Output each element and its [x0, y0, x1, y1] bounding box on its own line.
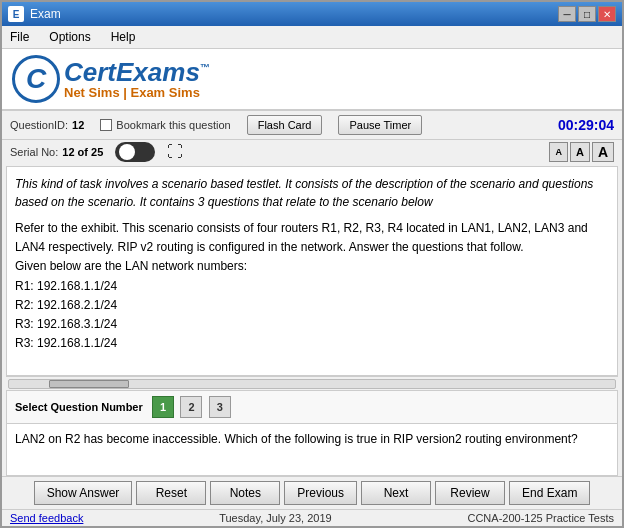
status-bar: Send feedback Tuesday, July 23, 2019 CCN…	[2, 509, 622, 526]
menu-bar: File Options Help	[2, 26, 622, 49]
logo-tagline: Net Sims | Exam Sims	[64, 85, 210, 100]
menu-options[interactable]: Options	[45, 28, 94, 46]
bookmark-label: Bookmark this question	[116, 119, 230, 131]
show-answer-button[interactable]: Show Answer	[34, 481, 133, 505]
question-text-area: LAN2 on R2 has become inaccessible. Whic…	[6, 424, 618, 476]
review-button[interactable]: Review	[435, 481, 505, 505]
logo-area: C CertExams™ Net Sims | Exam Sims	[2, 49, 622, 111]
bookmark-checkbox[interactable]	[100, 119, 112, 131]
logo-letter: C	[26, 63, 46, 95]
close-button[interactable]: ✕	[598, 6, 616, 22]
font-large-button[interactable]: A	[592, 142, 614, 162]
question-id-group: QuestionID: 12	[10, 119, 84, 131]
serial-label: Serial No:	[10, 146, 58, 158]
content-area[interactable]: This kind of task involves a scenario ba…	[6, 166, 618, 376]
scenario-text: This kind of task involves a scenario ba…	[15, 175, 609, 211]
previous-button[interactable]: Previous	[284, 481, 357, 505]
app-icon: E	[8, 6, 24, 22]
font-small-button[interactable]: A	[549, 142, 568, 162]
end-exam-button[interactable]: End Exam	[509, 481, 590, 505]
minimize-button[interactable]: ─	[558, 6, 576, 22]
notes-button[interactable]: Notes	[210, 481, 280, 505]
timer-display: 00:29:04	[558, 117, 614, 133]
flash-card-button[interactable]: Flash Card	[247, 115, 323, 135]
font-medium-button[interactable]: A	[570, 142, 590, 162]
title-controls: ─ □ ✕	[558, 6, 616, 22]
info-bar: QuestionID: 12 Bookmark this question Fl…	[2, 111, 622, 140]
main-window: E Exam ─ □ ✕ File Options Help C CertExa…	[0, 0, 624, 528]
expand-icon[interactable]: ⛶	[167, 143, 183, 161]
status-date: Tuesday, July 23, 2019	[219, 512, 332, 524]
pause-timer-button[interactable]: Pause Timer	[338, 115, 422, 135]
toggle-knob	[119, 144, 135, 160]
body-text: Refer to the exhibit. This scenario cons…	[15, 219, 609, 353]
send-feedback-link[interactable]: Send feedback	[10, 512, 83, 524]
status-exam: CCNA-200-125 Practice Tests	[467, 512, 614, 524]
bottom-buttons: Show Answer Reset Notes Previous Next Re…	[2, 476, 622, 509]
second-info-row: Serial No: 12 of 25 ⛶ A A A	[2, 140, 622, 166]
question-btn-3[interactable]: 3	[209, 396, 231, 418]
question-id-value: 12	[72, 119, 84, 131]
logo-brand: CertExams™	[64, 59, 210, 85]
menu-help[interactable]: Help	[107, 28, 140, 46]
serial-group: Serial No: 12 of 25	[10, 146, 103, 158]
maximize-button[interactable]: □	[578, 6, 596, 22]
title-bar-left: E Exam	[8, 6, 61, 22]
serial-value: 12 of 25	[62, 146, 103, 158]
title-bar: E Exam ─ □ ✕	[2, 2, 622, 26]
menu-file[interactable]: File	[6, 28, 33, 46]
scroll-thumb[interactable]	[49, 380, 129, 388]
select-question-label: Select Question Number	[15, 401, 143, 413]
scroll-track	[8, 379, 616, 389]
reset-button[interactable]: Reset	[136, 481, 206, 505]
logo-text: CertExams™ Net Sims | Exam Sims	[64, 59, 210, 100]
question-number-area: Select Question Number 1 2 3	[6, 390, 618, 424]
next-button[interactable]: Next	[361, 481, 431, 505]
logo-circle: C	[12, 55, 60, 103]
window-title: Exam	[30, 7, 61, 21]
question-btn-2[interactable]: 2	[180, 396, 202, 418]
bookmark-group: Bookmark this question	[100, 119, 230, 131]
question-text: LAN2 on R2 has become inaccessible. Whic…	[15, 432, 578, 446]
font-size-controls: A A A	[549, 142, 614, 162]
question-btn-1[interactable]: 1	[152, 396, 174, 418]
toggle-switch[interactable]	[115, 142, 155, 162]
horizontal-scrollbar[interactable]	[6, 376, 618, 390]
question-id-label: QuestionID:	[10, 119, 68, 131]
